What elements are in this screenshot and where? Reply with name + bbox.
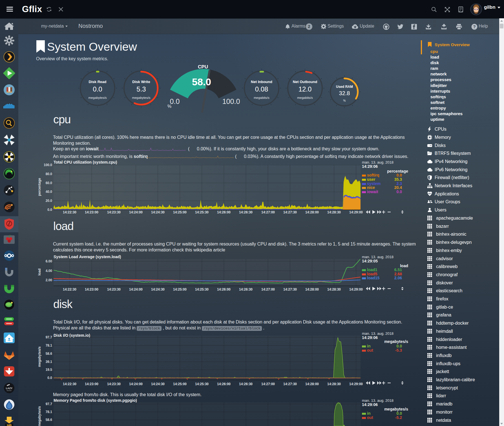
svg-text:LAZY: LAZY [6,387,13,390]
svg-text:sab: sab [7,423,12,426]
svg-text:?: ? [473,24,476,29]
svg-text:librarian: librarian [7,390,12,391]
